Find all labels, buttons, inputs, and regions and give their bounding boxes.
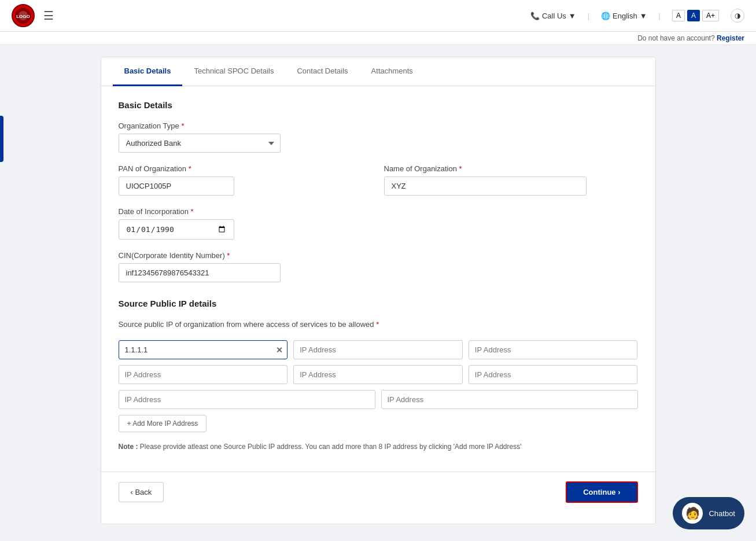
ip-grid-row3 xyxy=(119,390,638,409)
ip-grid-row2 xyxy=(119,365,638,384)
org-name-input[interactable] xyxy=(384,176,587,196)
basic-details-title: Basic Details xyxy=(119,100,638,110)
chatbot-label: Chatbot xyxy=(709,509,735,518)
ip-grid-row1: ✕ xyxy=(119,340,638,359)
ip-field-3-wrapper xyxy=(469,340,638,359)
note-label: Note : xyxy=(119,443,138,451)
pan-col: PAN of Organization * xyxy=(119,164,373,196)
header-left: LOGO ☰ xyxy=(12,4,54,27)
language-chevron: ▼ xyxy=(640,12,647,20)
ip-field-1-wrapper: ✕ xyxy=(119,340,288,359)
ip-field-8-wrapper xyxy=(381,390,638,409)
org-type-group: Organization Type * Authorized Bank Corp… xyxy=(119,122,638,153)
ip-clear-1[interactable]: ✕ xyxy=(276,345,283,355)
logo: LOGO xyxy=(12,4,35,27)
font-large-button[interactable]: A+ xyxy=(702,10,719,21)
org-type-label: Organization Type * xyxy=(119,122,638,130)
chatbot-avatar: 🧑 xyxy=(682,503,703,524)
footer-bar: ‹ Back Continue › xyxy=(101,472,655,512)
add-more-ip-button[interactable]: + Add More IP Address xyxy=(119,415,207,432)
org-name-col: Name of Organization * xyxy=(384,164,638,196)
ip-input-3[interactable] xyxy=(469,340,638,359)
ip-section-title: Source Public IP details xyxy=(119,299,638,308)
cin-group: CIN(Corporate Identity Number) * xyxy=(119,251,638,282)
language-label: English xyxy=(613,12,637,20)
org-name-label: Name of Organization * xyxy=(384,164,638,173)
svg-text:LOGO: LOGO xyxy=(16,14,30,19)
date-label: Date of Incorporation * xyxy=(119,207,638,216)
globe-icon: 🌐 xyxy=(601,12,610,20)
tab-technical-spoc[interactable]: Technical SPOC Details xyxy=(182,57,285,86)
tab-navigation: Basic Details Technical SPOC Details Con… xyxy=(101,57,655,86)
font-medium-button[interactable]: A xyxy=(687,10,700,21)
tab-contact-details[interactable]: Contact Details xyxy=(285,57,359,86)
chatbot-widget[interactable]: 🧑 Chatbot xyxy=(673,497,744,529)
phone-icon: 📞 xyxy=(530,12,540,20)
org-type-required: * xyxy=(181,122,184,130)
ip-input-6[interactable] xyxy=(469,365,638,384)
ip-field-7-wrapper xyxy=(119,390,375,409)
ip-field-5-wrapper xyxy=(293,365,463,384)
pan-org-row: PAN of Organization * Name of Organizati… xyxy=(119,164,638,196)
ip-field-4-wrapper xyxy=(119,365,288,384)
org-type-select[interactable]: Authorized Bank Corporate Government xyxy=(119,134,281,153)
pan-label: PAN of Organization * xyxy=(119,164,373,173)
header-right: 📞 Call Us ▼ | 🌐 English ▼ | A A A+ ◑ xyxy=(530,9,744,23)
header: LOGO ☰ 📞 Call Us ▼ | 🌐 English ▼ | A A A… xyxy=(0,0,756,32)
register-link[interactable]: Register xyxy=(717,34,744,42)
left-accent-bar xyxy=(0,116,3,162)
form-area: Basic Details Organization Type * Author… xyxy=(101,86,655,466)
ip-label: Source public IP of organization from wh… xyxy=(119,320,638,329)
cin-input[interactable] xyxy=(119,263,281,282)
ip-input-5[interactable] xyxy=(293,365,463,384)
continue-button[interactable]: Continue › xyxy=(566,481,637,503)
main-content: Basic Details Technical SPOC Details Con… xyxy=(101,57,656,524)
register-text: Do not have an account? xyxy=(637,34,714,42)
separator-1: | xyxy=(588,12,589,20)
ip-field-2-wrapper xyxy=(293,340,463,359)
back-button[interactable]: ‹ Back xyxy=(119,482,164,502)
tab-basic-details[interactable]: Basic Details xyxy=(113,57,183,86)
ip-field-6-wrapper xyxy=(469,365,638,384)
hamburger-menu[interactable]: ☰ xyxy=(43,9,54,23)
font-small-button[interactable]: A xyxy=(672,10,685,21)
ip-input-8[interactable] xyxy=(381,390,638,409)
call-us-button[interactable]: 📞 Call Us ▼ xyxy=(530,12,576,20)
ip-input-4[interactable] xyxy=(119,365,288,384)
ip-input-1[interactable] xyxy=(119,340,288,359)
language-selector[interactable]: 🌐 English ▼ xyxy=(601,12,647,20)
ip-input-2[interactable] xyxy=(293,340,463,359)
register-bar: Do not have an account? Register xyxy=(0,32,756,45)
separator-2: | xyxy=(659,12,661,20)
ip-label-group: Source public IP of organization from wh… xyxy=(119,320,638,329)
call-us-label: Call Us xyxy=(542,12,566,20)
date-group: Date of Incorporation * xyxy=(119,207,638,240)
font-controls: A A A+ xyxy=(672,10,719,21)
contrast-button[interactable]: ◑ xyxy=(731,9,744,23)
tab-attachments[interactable]: Attachments xyxy=(360,57,425,86)
note-text: Note : Please provide atleast one Source… xyxy=(119,441,638,452)
cin-label: CIN(Corporate Identity Number) * xyxy=(119,251,638,260)
pan-input[interactable] xyxy=(119,176,234,196)
date-input[interactable] xyxy=(119,219,234,240)
call-us-chevron: ▼ xyxy=(569,12,576,20)
ip-input-7[interactable] xyxy=(119,390,375,409)
ip-section: Source Public IP details xyxy=(119,299,638,308)
